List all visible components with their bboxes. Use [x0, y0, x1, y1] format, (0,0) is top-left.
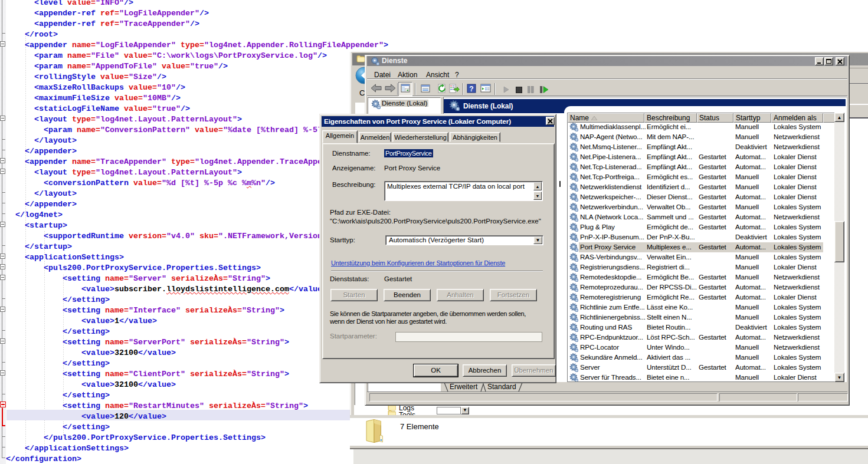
svg-text:?: ?: [469, 85, 473, 93]
